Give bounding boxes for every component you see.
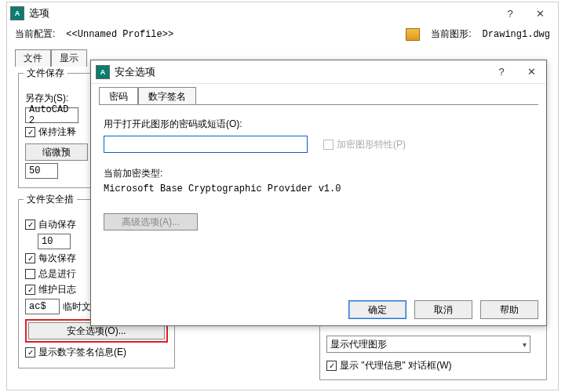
current-profile-label: 当前配置: (15, 27, 55, 41)
temp-ext-input[interactable]: ac$ (25, 299, 60, 314)
current-profile-value: <<Unnamed Profile>> (66, 29, 173, 40)
ok-button[interactable]: 确定 (348, 300, 406, 319)
chevron-down-icon: ▾ (523, 340, 527, 349)
security-title: 安全选项 (115, 65, 155, 79)
close-icon[interactable]: ✕ (516, 63, 546, 82)
enc-type-label: 当前加密类型: (104, 167, 534, 180)
show-sig-label: 显示数字签名信息(E) (38, 346, 126, 359)
group-file-save-title: 文件保存 (24, 67, 67, 80)
tab-display[interactable]: 显示 (51, 49, 87, 67)
keep-annot-checkbox[interactable] (25, 127, 35, 137)
advanced-button: 高级选项(A)... (104, 213, 198, 230)
app-icon: A (10, 6, 24, 20)
tab-file[interactable]: 文件 (15, 49, 51, 67)
security-footer: 确定 取消 帮助 (348, 300, 538, 319)
password-input[interactable] (104, 136, 308, 153)
encrypt-props-label: 加密图形特性(P) (337, 138, 406, 151)
security-tabs: 密码 数字签名 (99, 87, 538, 104)
close-icon[interactable]: ✕ (525, 4, 555, 23)
group-proxy: 显示代理图形 ▾ 显示 "代理信息" 对话框(W) (319, 319, 547, 380)
security-titlebar: A 安全选项 ? ✕ (91, 60, 546, 84)
current-drawing-value: Drawing1.dwg (483, 29, 550, 40)
options-header-row: 当前配置: <<Unnamed Profile>> 当前图形: Drawing1… (7, 24, 558, 44)
options-title: 选项 (29, 6, 49, 20)
group-file-safety-title: 文件安全措 (24, 193, 77, 206)
autosave-minutes-input[interactable]: 10 (38, 234, 71, 249)
thumbnail-button[interactable]: 缩微预 (25, 143, 88, 161)
tab-password[interactable]: 密码 (99, 87, 138, 104)
help-button[interactable]: 帮助 (480, 300, 538, 319)
backup-each-checkbox[interactable] (25, 253, 35, 263)
autosave-label: 自动保存 (38, 218, 76, 231)
help-icon[interactable]: ? (495, 4, 525, 23)
current-drawing-label: 当前图形: (431, 27, 471, 41)
save-format-value: AutoCAD 2 (29, 104, 75, 126)
app-icon: A (96, 65, 110, 79)
save-as-label: 另存为(S): (25, 92, 68, 105)
autosave-checkbox[interactable] (25, 220, 35, 230)
maintain-log-checkbox[interactable] (25, 285, 35, 295)
show-sig-checkbox[interactable] (25, 347, 35, 358)
always-check-checkbox[interactable] (25, 269, 35, 279)
backup-each-label: 每次保存 (38, 252, 76, 265)
keep-annot-label: 保持注释 (38, 125, 76, 139)
always-check-label: 总是进行 (38, 267, 76, 281)
proxy-dialog-checkbox[interactable] (326, 361, 337, 371)
increment-input[interactable]: 50 (25, 163, 58, 179)
maintain-log-label: 维护日志 (38, 283, 76, 296)
password-label: 用于打开此图形的密码或短语(O): (104, 118, 534, 131)
save-format-combo[interactable]: AutoCAD 2 (25, 107, 78, 123)
security-dialog: A 安全选项 ? ✕ 密码 数字签名 用于打开此图形的密码或短语(O): 加密图… (90, 60, 547, 326)
options-titlebar: A 选项 ? ✕ (7, 2, 558, 24)
help-icon[interactable]: ? (487, 63, 516, 82)
proxy-dialog-label: 显示 "代理信息" 对话框(W) (340, 359, 452, 372)
drawing-icon (406, 28, 420, 41)
encrypt-props-checkbox (323, 140, 334, 150)
enc-type-value: Microsoft Base Cryptographic Provider v1… (104, 183, 534, 194)
tab-signature[interactable]: 数字签名 (138, 87, 196, 104)
cancel-button[interactable]: 取消 (414, 300, 472, 319)
proxy-combo[interactable]: 显示代理图形 ▾ (326, 336, 530, 353)
proxy-combo-value: 显示代理图形 (330, 338, 387, 351)
